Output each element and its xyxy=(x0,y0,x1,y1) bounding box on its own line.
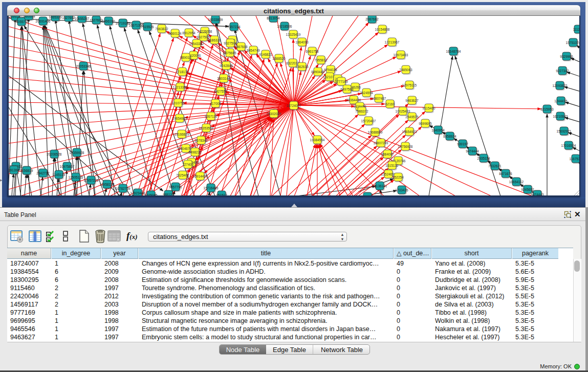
svg-text:7986372: 7986372 xyxy=(355,110,368,113)
svg-text:8678342: 8678342 xyxy=(194,139,208,142)
svg-text:16782759: 16782759 xyxy=(116,187,130,190)
svg-text:7357224: 7357224 xyxy=(227,25,241,29)
svg-text:9777169: 9777169 xyxy=(335,80,348,83)
svg-text:1733426: 1733426 xyxy=(395,188,408,192)
svg-text:15692971: 15692971 xyxy=(557,129,572,133)
svg-text:2549575: 2549575 xyxy=(405,115,419,119)
svg-text:1145119: 1145119 xyxy=(53,173,66,177)
svg-text:10688609: 10688609 xyxy=(368,130,383,134)
svg-text:16210643: 16210643 xyxy=(553,115,568,118)
svg-text:1244415: 1244415 xyxy=(554,99,568,103)
svg-text:1065528: 1065528 xyxy=(22,16,35,18)
svg-text:111233: 111233 xyxy=(573,28,579,31)
svg-text:1362615: 1362615 xyxy=(295,65,309,69)
svg-text:18807249: 18807249 xyxy=(374,141,388,145)
svg-text:8322037: 8322037 xyxy=(286,61,299,65)
svg-text:12505135: 12505135 xyxy=(69,176,83,179)
svg-text:2942737: 2942737 xyxy=(36,171,50,175)
svg-text:9329966: 9329966 xyxy=(560,55,573,58)
svg-text:1167533: 1167533 xyxy=(570,157,579,161)
svg-text:12093822: 12093822 xyxy=(553,84,568,87)
svg-text:3624554: 3624554 xyxy=(360,91,373,95)
svg-text:7663822: 7663822 xyxy=(155,27,168,31)
svg-text:19654923: 19654923 xyxy=(402,130,417,134)
svg-text:10807487: 10807487 xyxy=(372,97,386,100)
svg-text:3267110: 3267110 xyxy=(205,115,217,118)
svg-text:9115460: 9115460 xyxy=(423,106,435,110)
svg-text:2718176: 2718176 xyxy=(176,70,189,74)
svg-text:62160: 62160 xyxy=(385,102,395,106)
svg-text:10655287: 10655287 xyxy=(75,17,90,20)
svg-text:6961758: 6961758 xyxy=(306,50,319,53)
svg-text:16136141: 16136141 xyxy=(373,184,387,188)
svg-text:988121: 988121 xyxy=(163,193,174,196)
svg-text:391394: 391394 xyxy=(9,168,19,172)
svg-text:9245085: 9245085 xyxy=(144,193,158,196)
svg-text:10973493: 10973493 xyxy=(394,53,408,57)
svg-text:9463627: 9463627 xyxy=(405,99,419,102)
svg-text:19166829: 19166829 xyxy=(175,133,189,136)
svg-text:9227342: 9227342 xyxy=(556,69,569,73)
svg-text:1615132: 1615132 xyxy=(385,164,399,167)
svg-text:9146821: 9146821 xyxy=(259,53,272,56)
svg-text:12213389: 12213389 xyxy=(173,85,188,89)
svg-text:170434: 170434 xyxy=(362,195,373,196)
svg-text:25302023: 25302023 xyxy=(267,112,281,116)
svg-text:151512: 151512 xyxy=(216,193,227,196)
svg-text:12975115: 12975115 xyxy=(402,83,417,87)
svg-text:19654923: 19654923 xyxy=(172,117,187,120)
svg-text:14055714: 14055714 xyxy=(14,20,29,24)
svg-text:9884067: 9884067 xyxy=(381,152,394,156)
svg-text:8912954: 8912954 xyxy=(182,31,195,35)
svg-text:1065326: 1065326 xyxy=(49,16,62,19)
svg-text:8660124: 8660124 xyxy=(168,32,182,35)
svg-text:2087682: 2087682 xyxy=(365,17,379,21)
svg-text:12923448: 12923448 xyxy=(130,191,145,195)
svg-text:11353594: 11353594 xyxy=(199,126,214,130)
svg-text:8454749: 8454749 xyxy=(247,49,260,52)
svg-text:19756928: 19756928 xyxy=(398,145,413,148)
svg-text:417006: 417006 xyxy=(210,102,221,105)
svg-text:17016504: 17016504 xyxy=(561,144,576,147)
svg-text:939197: 939197 xyxy=(457,142,468,146)
svg-text:15716485: 15716485 xyxy=(204,186,219,190)
svg-text:16033809: 16033809 xyxy=(208,18,223,21)
svg-text:20053346: 20053346 xyxy=(76,64,91,68)
svg-text:7515526: 7515526 xyxy=(141,25,154,29)
svg-text:1527602: 1527602 xyxy=(90,18,103,22)
svg-text:7485063: 7485063 xyxy=(399,68,412,72)
svg-text:18724007: 18724007 xyxy=(287,104,301,107)
svg-text:1640954: 1640954 xyxy=(431,128,445,132)
svg-text:15720407: 15720407 xyxy=(361,119,376,123)
svg-text:1864093: 1864093 xyxy=(295,40,309,44)
svg-text:20691406: 20691406 xyxy=(36,19,51,23)
svg-text:989018: 989018 xyxy=(180,56,191,59)
svg-text:8215953: 8215953 xyxy=(540,107,554,111)
svg-text:1527602: 1527602 xyxy=(62,16,75,19)
svg-text:8990448: 8990448 xyxy=(311,70,324,74)
svg-text:10719185: 10719185 xyxy=(116,21,130,25)
svg-text:9242848: 9242848 xyxy=(220,64,233,68)
svg-text:5498222: 5498222 xyxy=(188,150,202,154)
svg-text:16914479: 16914479 xyxy=(193,174,208,178)
svg-text:8427552: 8427552 xyxy=(214,90,227,93)
svg-text:8958924: 8958924 xyxy=(443,135,456,138)
svg-text:7625402: 7625402 xyxy=(176,173,189,177)
svg-text:8186328: 8186328 xyxy=(208,38,221,42)
svg-text:1156819: 1156819 xyxy=(20,169,33,172)
svg-text:8813054: 8813054 xyxy=(267,16,280,20)
svg-text:9327508: 9327508 xyxy=(224,41,237,45)
svg-text:2935114: 2935114 xyxy=(477,157,490,160)
svg-text:252254: 252254 xyxy=(393,176,404,179)
svg-text:2803144: 2803144 xyxy=(217,77,230,80)
svg-text:12213967: 12213967 xyxy=(385,40,400,44)
svg-text:23226058: 23226058 xyxy=(198,30,212,33)
svg-text:6794028: 6794028 xyxy=(324,68,337,72)
svg-text:2867608: 2867608 xyxy=(234,45,248,49)
svg-text:9857791: 9857791 xyxy=(169,185,182,189)
svg-text:17957225: 17957225 xyxy=(84,179,99,182)
svg-text:10958137: 10958137 xyxy=(100,183,115,186)
svg-text:9245652: 9245652 xyxy=(521,188,534,191)
svg-text:19384554: 19384554 xyxy=(310,138,325,142)
svg-text:16648784: 16648784 xyxy=(446,50,461,53)
